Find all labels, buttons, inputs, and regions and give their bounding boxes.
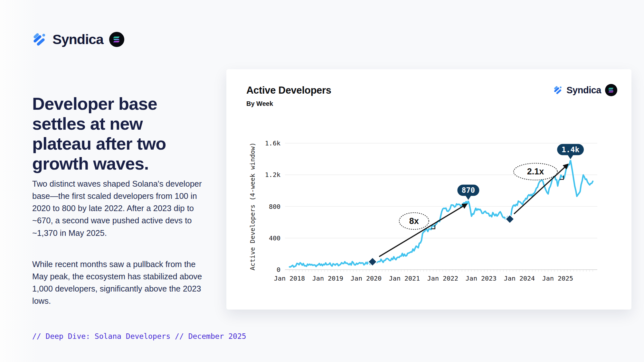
x-tick-label: Jan 2021 [389, 274, 420, 282]
x-tick-label: Jan 2020 [351, 274, 382, 282]
slide: { "brand": { "wordmark": "Syndica" }, "h… [0, 0, 644, 362]
headline-line: plateau after two [32, 134, 213, 154]
headline: Developer base settles at new plateau af… [32, 94, 213, 173]
secondary-paragraph: While recent months saw a pullback from … [32, 258, 202, 307]
value-badge: 1.4k [557, 144, 584, 160]
y-axis-label: Active Developers (4-week window) [249, 143, 256, 270]
x-tick-label: Jan 2024 [504, 274, 535, 282]
solana-icon [109, 32, 124, 47]
y-tick-label: 0 [277, 266, 280, 274]
syndica-wordmark: Syndica [52, 32, 103, 47]
x-tick-label: Jan 2023 [466, 274, 497, 282]
y-tick-label: 400 [269, 234, 280, 242]
active-developers-chart: 04008001.2k1.6kJan 2018Jan 2019Jan 2020J… [226, 69, 631, 310]
y-tick-label: 1.2k [265, 171, 280, 179]
multiplier-label: 2.1x [514, 163, 564, 180]
svg-text:8x: 8x [409, 216, 419, 226]
headline-line: settles at new [32, 114, 213, 134]
y-tick-label: 800 [269, 203, 280, 210]
intro-paragraph: Two distinct waves shaped Solana's devel… [32, 178, 202, 239]
diamond-marker [368, 257, 377, 266]
x-tick-label: Jan 2025 [542, 274, 573, 282]
growth-arrow [379, 204, 466, 257]
svg-text:1.4k: 1.4k [562, 145, 580, 154]
headline-line: growth waves. [32, 154, 213, 174]
svg-text:870: 870 [462, 186, 475, 194]
svg-text:2.1x: 2.1x [527, 167, 544, 176]
syndica-icon [32, 32, 47, 47]
footer-caption: // Deep Dive: Solana Developers // Decem… [32, 332, 246, 340]
grid: 04008001.2k1.6kJan 2018Jan 2019Jan 2020J… [249, 139, 597, 282]
chart-card: Active Developers By Week Syndica 040080… [226, 69, 631, 310]
headline-line: Developer base [32, 94, 213, 114]
y-tick-label: 1.6k [265, 139, 280, 147]
diamond-marker [506, 215, 514, 223]
brand-lockup: Syndica [32, 32, 124, 47]
x-tick-label: Jan 2019 [312, 274, 343, 282]
x-tick-label: Jan 2022 [427, 274, 458, 282]
value-badge: 870 [457, 184, 480, 200]
x-tick-label: Jan 2018 [274, 274, 305, 282]
